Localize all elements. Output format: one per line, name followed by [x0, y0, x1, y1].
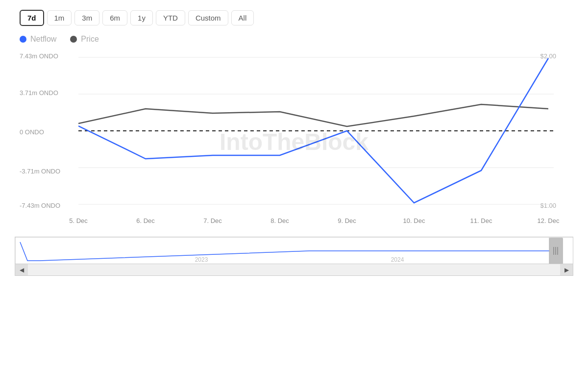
price-line: [78, 104, 548, 126]
time-btn-6m[interactable]: 6m: [102, 10, 127, 25]
x-label-5: 9. Dec: [338, 217, 356, 224]
time-btn-1m[interactable]: 1m: [47, 10, 72, 25]
x-label-6: 10. Dec: [403, 217, 425, 224]
main-container: 7d1m3m6m1yYTDCustomAll Netflow Price Int…: [0, 0, 588, 392]
x-label-4: 8. Dec: [270, 217, 289, 224]
time-btn-1y[interactable]: 1y: [130, 10, 153, 25]
x-label-2: 6. Dec: [136, 217, 155, 224]
nav-year-2023: 2023: [195, 256, 208, 263]
chart-area: IntoTheBlock 7.43m ONDO 3.71m ONDO 0 OND…: [15, 49, 573, 235]
nav-drag-handle[interactable]: [549, 238, 563, 264]
price-dot: [70, 36, 77, 43]
x-label-7: 11. Dec: [470, 217, 492, 224]
main-chart-svg: 7.43m ONDO 3.71m ONDO 0 ONDO -3.71m ONDO…: [15, 49, 573, 235]
navigator-svg: 2023 2024: [15, 237, 573, 265]
time-btn-ytd[interactable]: YTD: [156, 10, 185, 25]
x-label-8: 12. Dec: [538, 217, 560, 224]
netflow-label: Netflow: [30, 35, 56, 44]
navigator-container: 2023 2024 ◀ ▶: [15, 237, 573, 276]
scroll-left-button[interactable]: ◀: [15, 264, 28, 276]
legend-netflow: Netflow: [20, 35, 56, 44]
nav-year-2024: 2024: [391, 256, 404, 263]
time-range-selector: 7d1m3m6m1yYTDCustomAll: [15, 10, 573, 26]
scroll-right-button[interactable]: ▶: [560, 264, 573, 276]
y-label-top: 7.43m ONDO: [20, 52, 58, 60]
navigator-scrollbar: ◀ ▶: [15, 264, 573, 275]
y-label-neg1: -3.71m ONDO: [20, 168, 60, 175]
time-btn-7d[interactable]: 7d: [20, 10, 44, 26]
chart-legend: Netflow Price: [15, 35, 573, 44]
scroll-track[interactable]: [28, 264, 560, 275]
y-label-zero: 0 ONDO: [20, 128, 44, 136]
svg-rect-0: [78, 51, 549, 218]
x-label-3: 7. Dec: [203, 217, 222, 224]
netflow-dot: [20, 36, 26, 43]
y-label-neg2: -7.43m ONDO: [20, 202, 60, 209]
time-btn-all[interactable]: All: [231, 10, 254, 25]
price-label: Price: [81, 35, 98, 44]
y-label-2: 3.71m ONDO: [20, 89, 58, 97]
time-btn-custom[interactable]: Custom: [188, 10, 228, 25]
y-right-bottom: $1.00: [540, 202, 556, 209]
x-label-1: 5. Dec: [69, 217, 88, 224]
legend-price: Price: [70, 35, 98, 44]
time-btn-3m[interactable]: 3m: [74, 10, 99, 25]
